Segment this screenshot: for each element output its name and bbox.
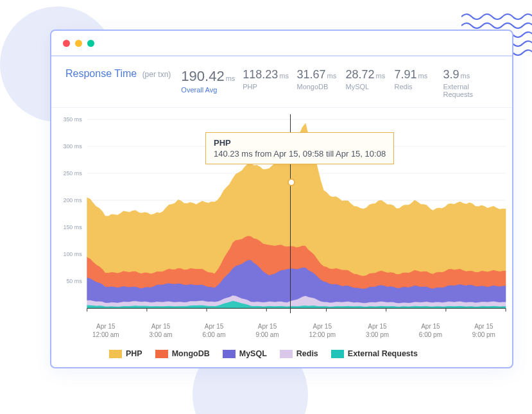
- tooltip-body: 140.23 ms from Apr 15, 09:58 till Apr 15…: [214, 149, 386, 159]
- chart-tooltip: PHP 140.23 ms from Apr 15, 09:58 till Ap…: [205, 132, 394, 164]
- metric-overall-avg[interactable]: 190.42msOverall Avg: [181, 68, 232, 94]
- metric-mysql[interactable]: 28.72msMySQL: [345, 68, 384, 91]
- svg-text:150 ms: 150 ms: [63, 224, 82, 230]
- legend-swatch: [155, 350, 168, 358]
- x-tick: Apr 153:00 am: [150, 322, 173, 339]
- chart-area[interactable]: PHP 140.23 ms from Apr 15, 09:58 till Ap…: [51, 108, 512, 339]
- metric-php[interactable]: 118.23msPHP: [243, 68, 286, 91]
- x-tick: Apr 156:00 pm: [419, 322, 442, 339]
- legend-item-mysql[interactable]: MySQL: [223, 349, 267, 358]
- svg-text:100 ms: 100 ms: [63, 251, 82, 257]
- metric-redis[interactable]: 7.91msRedis: [394, 68, 433, 91]
- svg-text:250 ms: 250 ms: [63, 170, 82, 177]
- x-tick: Apr 1512:00 am: [92, 322, 119, 339]
- legend-item-mongodb[interactable]: MongoDB: [155, 349, 210, 358]
- metric-mongodb[interactable]: 31.67msMongoDB: [296, 68, 335, 91]
- close-icon[interactable]: [63, 40, 70, 47]
- metric-external-requests[interactable]: 3.9msExternal Requests: [443, 68, 498, 98]
- app-window: Response Time (per txn) 190.42msOverall …: [50, 30, 513, 368]
- legend-swatch: [331, 350, 344, 358]
- chart-legend: PHPMongoDBMySQLRedisExternal Requests: [51, 339, 512, 358]
- legend-item-php[interactable]: PHP: [109, 349, 142, 358]
- svg-text:200 ms: 200 ms: [63, 197, 82, 203]
- svg-text:300 ms: 300 ms: [63, 143, 82, 150]
- legend-swatch: [223, 350, 236, 358]
- x-tick: Apr 1512:00 pm: [309, 322, 336, 339]
- tooltip-title: PHP: [214, 138, 386, 148]
- window-titlebar: [51, 31, 512, 56]
- metrics-header: Response Time (per txn) 190.42msOverall …: [51, 68, 512, 108]
- legend-swatch: [280, 350, 293, 358]
- x-tick: Apr 159:00 am: [255, 322, 279, 339]
- legend-item-external-requests[interactable]: External Requests: [331, 349, 418, 358]
- x-axis-labels: Apr 1512:00 amApr 153:00 amApr 156:00 am…: [51, 320, 512, 339]
- svg-text:350 ms: 350 ms: [63, 116, 82, 123]
- page-title: Response Time (per txn): [65, 68, 171, 80]
- x-tick: Apr 159:00 pm: [472, 322, 495, 339]
- title-subtitle: (per txn): [142, 70, 171, 79]
- legend-item-redis[interactable]: Redis: [280, 349, 318, 358]
- minimize-icon[interactable]: [75, 40, 82, 47]
- x-tick: Apr 156:00 am: [202, 322, 225, 339]
- legend-swatch: [109, 350, 122, 358]
- maximize-icon[interactable]: [87, 40, 94, 47]
- x-tick: Apr 153:00 pm: [366, 322, 389, 339]
- title-main: Response Time: [65, 68, 137, 79]
- svg-text:50 ms: 50 ms: [66, 278, 82, 284]
